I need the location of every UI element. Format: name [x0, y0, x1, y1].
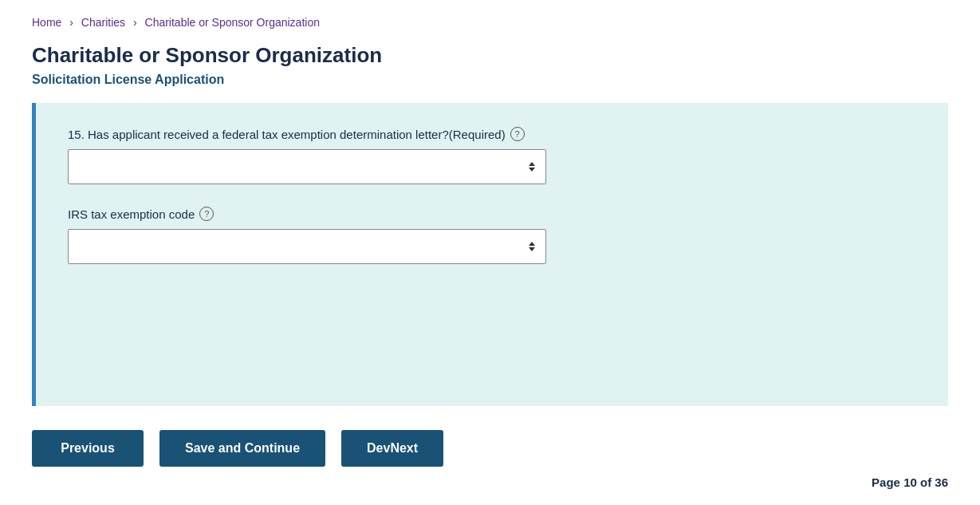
irs-label: IRS tax exemption code ? [68, 207, 916, 221]
buttons-row: Previous Save and Continue DevNext [32, 430, 948, 475]
previous-button[interactable]: Previous [32, 430, 144, 467]
question15-select[interactable]: Yes No [68, 149, 546, 184]
breadcrumb-sep-2: › [133, 16, 137, 29]
page-indicator: Page 10 of 36 [872, 475, 948, 489]
page-title: Charitable or Sponsor Organization [32, 43, 948, 68]
breadcrumb-home[interactable]: Home [32, 16, 61, 29]
irs-label-text: IRS tax exemption code [68, 207, 195, 221]
devnext-button[interactable]: DevNext [341, 430, 443, 467]
form-section: 15. Has applicant received a federal tax… [32, 103, 948, 406]
question15-label: 15. Has applicant received a federal tax… [68, 127, 916, 141]
save-continue-button[interactable]: Save and Continue [159, 430, 325, 467]
breadcrumb-sep-1: › [69, 16, 73, 29]
question15-label-text: 15. Has applicant received a federal tax… [68, 128, 506, 141]
breadcrumb-charities[interactable]: Charities [81, 16, 125, 29]
irs-field: IRS tax exemption code ? 501(c)(3) 501(c… [68, 207, 916, 264]
page-subtitle: Solicitation License Application [32, 73, 948, 87]
irs-help-icon[interactable]: ? [199, 207, 214, 221]
question15-field: 15. Has applicant received a federal tax… [68, 127, 916, 184]
question15-help-icon[interactable]: ? [510, 127, 525, 141]
breadcrumb: Home › Charities › Charitable or Sponsor… [32, 16, 948, 29]
irs-select[interactable]: 501(c)(3) 501(c)(4) 501(c)(6) [68, 229, 546, 264]
page-wrapper: Home › Charities › Charitable or Sponsor… [0, 0, 980, 505]
breadcrumb-current: Charitable or Sponsor Organization [145, 16, 320, 29]
